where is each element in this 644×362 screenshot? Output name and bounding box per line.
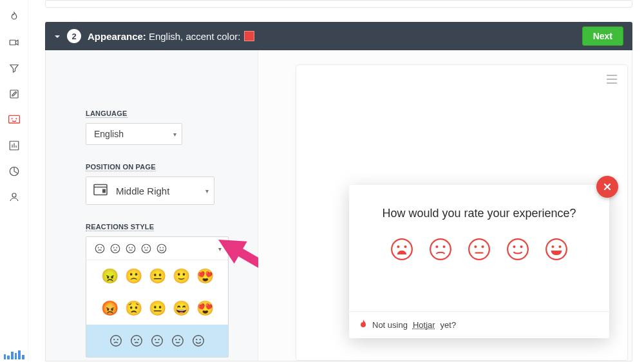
position-select[interactable]: Middle Right ▾ xyxy=(86,176,214,205)
svg-point-45 xyxy=(444,246,445,247)
outline-face-icon xyxy=(191,334,205,348)
svg-rect-9 xyxy=(102,189,106,193)
svg-point-7 xyxy=(12,193,16,197)
svg-point-10 xyxy=(95,244,104,253)
svg-point-27 xyxy=(117,339,118,340)
video-icon xyxy=(8,37,20,48)
step-badge: 2 xyxy=(67,29,81,43)
main-content: 2 Appearance: English, accent color: Nex… xyxy=(33,0,644,362)
svg-point-34 xyxy=(173,336,184,347)
nav-thumbnail xyxy=(3,349,26,359)
emoji-sad: 😟 xyxy=(125,301,142,316)
reactions-option-square[interactable]: 😠 🙁 😐 🙂 😍 xyxy=(86,260,228,292)
nav-heatmaps[interactable] xyxy=(0,4,28,30)
svg-point-52 xyxy=(546,239,567,260)
svg-point-44 xyxy=(437,246,438,247)
hamburger-icon xyxy=(605,74,618,87)
outline-face-icon xyxy=(156,243,167,254)
svg-point-35 xyxy=(176,339,176,340)
svg-rect-1 xyxy=(10,90,18,98)
svg-rect-0 xyxy=(10,40,15,45)
emoji-happy: 😄 xyxy=(173,301,190,316)
rating-face-4[interactable] xyxy=(506,237,530,262)
nav-forms[interactable] xyxy=(0,81,28,107)
rating-face-3[interactable] xyxy=(467,237,491,262)
svg-point-28 xyxy=(131,336,142,347)
nav-feedback[interactable] xyxy=(0,107,28,133)
nav-users[interactable] xyxy=(0,184,28,210)
svg-point-46 xyxy=(469,239,489,260)
position-label: POSITION ON PAGE xyxy=(86,163,156,171)
outline-face-icon xyxy=(140,243,152,254)
settings-panel: LANGUAGE English ▾ POSITION ON PAGE Midd… xyxy=(46,50,258,361)
reactions-style-label: REACTIONS STYLE xyxy=(86,223,154,231)
svg-point-20 xyxy=(144,247,145,248)
svg-point-12 xyxy=(101,247,102,248)
svg-point-29 xyxy=(135,339,135,340)
widget-question: How would you rate your experience? xyxy=(349,185,609,234)
outline-face-icon xyxy=(109,243,121,254)
outline-face-icon xyxy=(129,334,144,348)
reactions-selected-row[interactable]: ▾ xyxy=(86,237,228,260)
section-subtitle: English, accent color: xyxy=(149,31,241,42)
next-button[interactable]: Next xyxy=(582,26,623,46)
emoji-angry: 😡 xyxy=(101,301,118,316)
svg-point-18 xyxy=(132,247,133,248)
rating-face-5[interactable] xyxy=(544,237,569,262)
svg-point-11 xyxy=(98,247,99,248)
footer-text-prefix: Not using xyxy=(372,320,408,330)
svg-point-38 xyxy=(196,339,197,340)
close-button[interactable] xyxy=(596,176,618,198)
svg-point-14 xyxy=(113,247,114,248)
nav-recordings[interactable] xyxy=(0,30,28,55)
emoji-sad: 🙁 xyxy=(125,269,142,283)
language-select[interactable]: English ▾ xyxy=(86,123,182,145)
svg-point-50 xyxy=(514,246,515,247)
svg-point-43 xyxy=(430,239,451,260)
emoji-happy: 🙂 xyxy=(173,269,190,283)
chevron-down-icon: ▾ xyxy=(173,131,176,138)
rating-face-1[interactable] xyxy=(390,237,414,262)
svg-point-33 xyxy=(158,339,159,340)
section-expand-icon xyxy=(54,31,61,42)
section-title: Appearance: xyxy=(88,31,146,42)
language-label: LANGUAGE xyxy=(86,110,128,118)
nav-surveys[interactable] xyxy=(0,133,28,158)
hotjar-link[interactable]: Hotjar xyxy=(413,320,435,330)
previous-section-collapsed[interactable] xyxy=(45,0,632,8)
funnel-icon xyxy=(8,62,20,74)
outline-face-icon xyxy=(94,243,106,254)
nav-funnels[interactable] xyxy=(0,55,28,81)
reactions-option-outline[interactable] xyxy=(86,325,228,357)
svg-point-32 xyxy=(155,339,156,340)
svg-point-47 xyxy=(475,246,477,247)
outline-face-icon xyxy=(171,334,185,348)
emoji-love: 😍 xyxy=(196,301,214,316)
svg-point-42 xyxy=(405,246,406,247)
reactions-option-round[interactable]: 😡 😟 😐 😄 😍 xyxy=(86,292,228,325)
svg-point-19 xyxy=(142,244,151,253)
position-icon xyxy=(93,184,108,198)
svg-point-53 xyxy=(553,246,554,247)
svg-point-54 xyxy=(560,246,561,247)
svg-point-13 xyxy=(111,244,120,253)
rating-face-2[interactable] xyxy=(428,237,453,262)
emoji-angry: 😠 xyxy=(101,269,118,283)
close-icon xyxy=(603,182,612,191)
svg-point-26 xyxy=(114,339,115,340)
svg-point-22 xyxy=(157,244,166,253)
svg-point-37 xyxy=(193,336,204,347)
emoji-love: 😍 xyxy=(196,269,214,283)
outline-face-icon xyxy=(125,243,137,254)
appearance-section-header[interactable]: 2 Appearance: English, accent color: Nex… xyxy=(45,22,632,50)
feedback-icon xyxy=(8,114,21,126)
svg-point-4 xyxy=(15,119,16,119)
svg-point-25 xyxy=(111,336,122,347)
svg-point-23 xyxy=(160,247,160,248)
widget-footer: Not using Hotjar yet? xyxy=(349,311,609,338)
svg-point-49 xyxy=(507,239,528,260)
svg-point-30 xyxy=(138,339,138,340)
reactions-style-select[interactable]: ▾ 😠 🙁 😐 🙂 😍 😡 😟 😐 😄 😍 xyxy=(86,236,229,357)
position-value: Middle Right xyxy=(116,186,169,196)
nav-analytics[interactable] xyxy=(0,158,28,184)
